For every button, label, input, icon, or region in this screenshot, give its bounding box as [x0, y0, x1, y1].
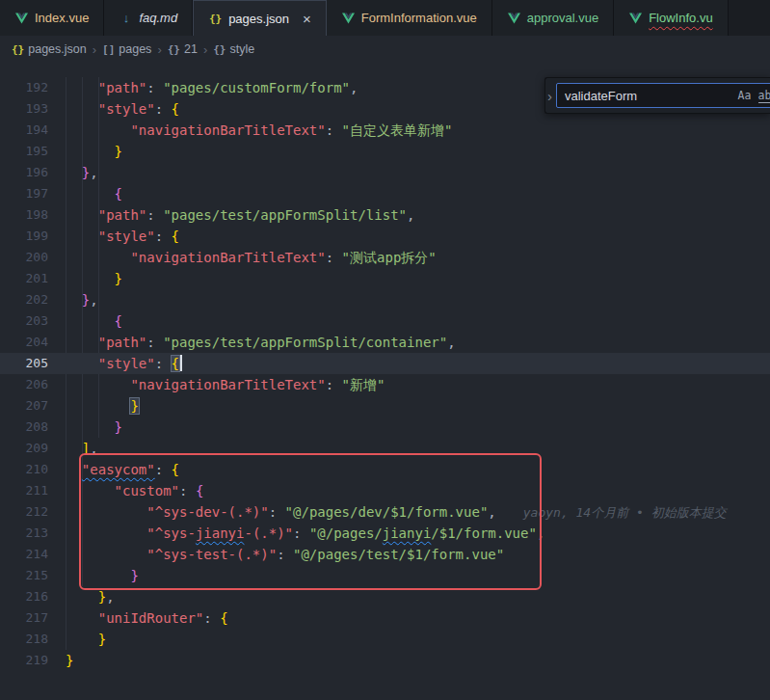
code-text[interactable]: "^sys-jianyi-(.*)": "@/pages/jianyi/$1/f… [48, 523, 544, 544]
code-text[interactable]: { [48, 183, 122, 204]
code-text[interactable]: "easycom": { [48, 459, 179, 480]
code-line-198[interactable]: 198 "path": "pages/test/appFormSplit/lis… [0, 204, 770, 226]
code-text[interactable]: "custom": { [48, 480, 203, 501]
text-cursor [180, 355, 182, 371]
line-number: 219 [0, 650, 48, 671]
code-token [66, 313, 115, 329]
line-number: 208 [0, 417, 48, 438]
code-text[interactable]: } [48, 650, 73, 671]
code-line-212[interactable]: 212 "^sys-dev-(.*)": "@/pages/dev/$1/for… [0, 501, 770, 523]
code-line-213[interactable]: 213 "^sys-jianyi-(.*)": "@/pages/jianyi/… [0, 523, 770, 544]
code-text[interactable]: }, [48, 289, 98, 310]
code-line-208[interactable]: 208 } [0, 417, 770, 438]
code-token: "navigationBarTitleText" [130, 250, 325, 265]
breadcrumb-separator: › [203, 42, 207, 57]
code-line-199[interactable]: 199 "style": { [0, 226, 770, 247]
code-token [66, 441, 82, 456]
tab-faq-md[interactable]: ↓faq.md [104, 0, 193, 36]
tab-pages-json[interactable]: {}pages.json× [193, 0, 327, 36]
code-token: : [293, 525, 309, 541]
code-text[interactable]: "navigationBarTitleText": "测试app拆分" [48, 247, 437, 268]
code-line-200[interactable]: 200 "navigationBarTitleText": "测试app拆分" [0, 247, 770, 268]
code-line-218[interactable]: 218 } [0, 629, 770, 650]
code-text[interactable]: "^sys-test-(.*)": "@/pages/test/$1/form.… [48, 544, 504, 565]
breadcrumb-label: 21 [184, 42, 198, 56]
breadcrumb-item-pages[interactable]: []pages [102, 42, 151, 56]
whole-word-toggle[interactable]: ab [755, 86, 770, 106]
code-text[interactable]: }, [48, 162, 98, 183]
code-line-194[interactable]: 194 "navigationBarTitleText": "自定义表单新增" [0, 120, 770, 141]
code-text[interactable]: } [48, 629, 106, 650]
code-line-201[interactable]: 201 } [0, 268, 770, 289]
code-line-217[interactable]: 217 "uniIdRouter": { [0, 607, 770, 629]
code-token: : [326, 122, 342, 138]
toggle-replace-chevron-icon[interactable]: › [547, 88, 552, 104]
code-token: { [172, 462, 179, 477]
tab-bar: Index.vue↓faq.md{}pages.json×FormInforma… [0, 0, 770, 36]
code-text[interactable]: }, [48, 586, 115, 607]
code-text[interactable]: "path": "pages/test/appFormSplit/list", [48, 204, 414, 226]
code-line-211[interactable]: 211 "custom": { [0, 480, 770, 501]
code-text[interactable]: } [48, 141, 122, 162]
code-token [66, 335, 98, 350]
code-line-197[interactable]: 197 { [0, 183, 770, 204]
code-token: "@/pages/dev/$1/form.vue" [285, 504, 489, 520]
code-token [66, 250, 130, 265]
tab-flowinfo-vu[interactable]: FlowInfo.vu [614, 0, 728, 36]
tab-forminformation-vue[interactable]: FormInformation.vue [327, 0, 492, 36]
code-line-219[interactable]: 219} [0, 650, 770, 671]
breadcrumb-label: style [229, 42, 254, 56]
code-line-203[interactable]: 203 { [0, 310, 770, 332]
find-input[interactable] [565, 89, 734, 103]
code-text[interactable]: "uniIdRouter": { [48, 607, 228, 629]
code-text[interactable]: "path": "pages/customForm/form", [48, 77, 358, 98]
code-text[interactable]: "path": "pages/test/appFormSplit/contain… [48, 332, 456, 353]
code-token: : [155, 101, 172, 117]
breadcrumb-item-pages.json[interactable]: {}pages.json [12, 42, 87, 56]
code-line-196[interactable]: 196 }, [0, 162, 770, 183]
code-text[interactable]: "style": { [48, 353, 182, 374]
code-text[interactable]: { [48, 310, 122, 332]
line-number: 200 [0, 247, 48, 268]
breadcrumb-item-21[interactable]: {}21 [168, 42, 198, 56]
code-line-209[interactable]: 209 ], [0, 438, 770, 459]
code-text[interactable]: "navigationBarTitleText": "新增" [48, 374, 385, 395]
line-number: 217 [0, 607, 48, 629]
line-number: 197 [0, 183, 48, 204]
code-editor[interactable]: 192 "path": "pages/customForm/form",193 … [0, 63, 770, 700]
close-icon[interactable]: × [303, 12, 311, 26]
code-line-215[interactable]: 215 } [0, 565, 770, 586]
match-case-toggle[interactable]: Aa [734, 86, 755, 106]
code-text[interactable]: "navigationBarTitleText": "自定义表单新增" [48, 120, 452, 141]
breadcrumb-item-style[interactable]: {}style [213, 42, 254, 56]
git-blame-annotation: yaoyn, 14个月前 • 初始版本提交 [523, 505, 727, 520]
code-text[interactable]: ], [48, 438, 98, 459]
code-token: { [220, 610, 227, 626]
code-text[interactable]: } [48, 417, 122, 438]
code-line-210[interactable]: 210 "easycom": { [0, 459, 770, 480]
code-line-204[interactable]: 204 "path": "pages/test/appFormSplit/con… [0, 332, 770, 353]
code-text[interactable]: } [48, 268, 122, 289]
code-text[interactable]: "style": { [48, 98, 179, 120]
code-line-206[interactable]: 206 "navigationBarTitleText": "新增" [0, 374, 770, 395]
vscode-window: Index.vue↓faq.md{}pages.json×FormInforma… [0, 0, 770, 700]
code-line-202[interactable]: 202 }, [0, 289, 770, 310]
code-line-216[interactable]: 216 }, [0, 586, 770, 607]
code-token: "^sys-dev-(.*)" [146, 504, 268, 520]
json-icon: {} [208, 13, 223, 25]
code-token: } [115, 144, 122, 159]
code-token: { [115, 186, 122, 202]
code-line-195[interactable]: 195 } [0, 141, 770, 162]
code-text[interactable]: } [48, 395, 139, 417]
code-token [66, 504, 146, 520]
code-token: jianyi [196, 525, 245, 541]
tab-approval-vue[interactable]: approval.vue [492, 0, 614, 36]
code-line-207[interactable]: 207 } [0, 395, 770, 417]
code-line-214[interactable]: 214 "^sys-test-(.*)": "@/pages/test/$1/f… [0, 544, 770, 565]
code-text[interactable]: "^sys-dev-(.*)": "@/pages/dev/$1/form.vu… [48, 501, 727, 523]
code-text[interactable]: "style": { [48, 226, 179, 247]
code-line-205[interactable]: 205 "style": { [0, 353, 770, 374]
tab-index-vue[interactable]: Index.vue [0, 0, 104, 36]
code-text[interactable]: } [48, 565, 139, 586]
tab-label: faq.md [139, 11, 177, 25]
